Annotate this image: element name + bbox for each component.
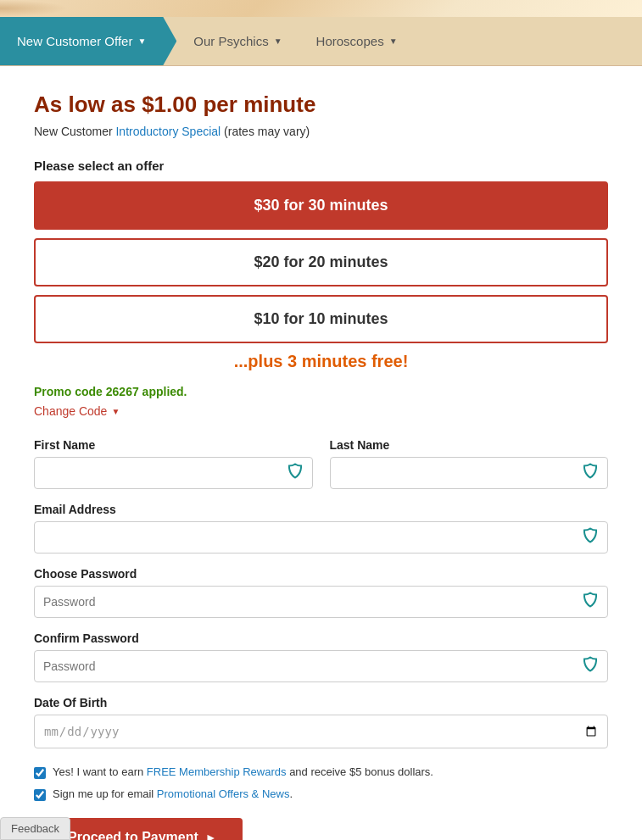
email-input-wrapper	[34, 521, 608, 554]
subheadline-suffix: (rates may vary)	[221, 125, 310, 138]
first-name-input[interactable]	[34, 457, 313, 489]
subheadline-plain: New Customer	[34, 125, 115, 138]
chevron-down-icon: ▼	[137, 36, 146, 46]
offer-button-10[interactable]: $10 for 10 minutes	[34, 295, 608, 343]
checkbox-promo-text: Sign me up for email Promotional Offers …	[53, 787, 293, 800]
offer-button-30[interactable]: $30 for 30 minutes	[34, 181, 608, 230]
main-content: As low as $1.00 per minute New Customer …	[0, 66, 642, 840]
chevron-down-icon: ▼	[274, 36, 282, 46]
offer-button-20[interactable]: $20 for 20 minutes	[34, 238, 608, 286]
confirm-password-input[interactable]	[34, 650, 608, 682]
nav-label-new-customer-offer: New Customer Offer	[17, 34, 132, 48]
introductory-special-link[interactable]: Introductory Special	[115, 125, 221, 138]
feedback-button[interactable]: Feedback	[0, 817, 70, 840]
checkbox-promo-row: Sign me up for email Promotional Offers …	[34, 787, 608, 801]
password-label: Choose Password	[34, 567, 608, 581]
proceed-label: Proceed to Payment	[68, 830, 198, 840]
change-code-label: Change Code	[34, 404, 107, 418]
chevron-down-icon: ▼	[111, 407, 120, 416]
proceed-to-payment-button[interactable]: Proceed to Payment ►	[42, 818, 243, 840]
arrow-right-icon: ►	[205, 831, 217, 840]
first-name-input-wrapper	[34, 457, 313, 489]
last-name-input[interactable]	[330, 457, 609, 489]
navbar: New Customer Offer ▼ Our Psychics ▼ Horo…	[0, 17, 642, 66]
password-input[interactable]	[34, 586, 608, 618]
nav-label-our-psychics: Our Psychics	[193, 34, 268, 48]
dob-label: Date Of Birth	[34, 696, 608, 709]
checkbox-rewards[interactable]	[34, 767, 46, 779]
free-membership-rewards-link[interactable]: FREE Membership Rewards	[147, 765, 287, 778]
nav-item-new-customer-offer[interactable]: New Customer Offer ▼	[0, 17, 176, 65]
first-name-label: First Name	[34, 438, 313, 452]
last-name-group: Last Name	[330, 438, 609, 489]
change-code-link[interactable]: Change Code ▼	[34, 404, 120, 418]
email-label: Email Address	[34, 503, 608, 516]
bottom-bar: Proceed to Payment ►	[34, 818, 608, 840]
chevron-down-icon: ▼	[389, 36, 398, 46]
confirm-password-group: Confirm Password	[34, 631, 608, 682]
promotional-offers-link[interactable]: Promotional Offers & News	[157, 787, 290, 800]
nav-item-our-psychics[interactable]: Our Psychics ▼	[176, 17, 299, 65]
nav-label-horoscopes: Horoscopes	[316, 34, 384, 48]
email-input[interactable]	[34, 521, 608, 554]
page-headline: As low as $1.00 per minute	[34, 92, 608, 118]
password-group: Choose Password	[34, 567, 608, 618]
checkbox-rewards-text: Yes! I want to earn FREE Membership Rewa…	[53, 765, 433, 778]
subheadline: New Customer Introductory Special (rates…	[34, 125, 608, 138]
checkbox-rewards-row: Yes! I want to earn FREE Membership Rewa…	[34, 765, 608, 779]
dob-group: Date Of Birth	[34, 696, 608, 748]
password-input-wrapper	[34, 586, 608, 618]
dob-input[interactable]	[34, 715, 608, 748]
last-name-label: Last Name	[330, 438, 609, 452]
confirm-password-input-wrapper	[34, 650, 608, 682]
first-name-group: First Name	[34, 438, 313, 489]
promo-code-applied: Promo code 26267 applied.	[34, 385, 608, 398]
plus-minutes-text: ...plus 3 minutes free!	[34, 352, 608, 371]
email-group: Email Address	[34, 503, 608, 554]
top-banner	[0, 0, 642, 17]
confirm-password-label: Confirm Password	[34, 631, 608, 645]
name-row: First Name Last Name	[34, 438, 608, 489]
checkbox-promo[interactable]	[34, 789, 46, 801]
last-name-input-wrapper	[330, 457, 609, 489]
nav-item-horoscopes[interactable]: Horoscopes ▼	[299, 17, 415, 65]
select-offer-label: Please select an offer	[34, 159, 608, 173]
